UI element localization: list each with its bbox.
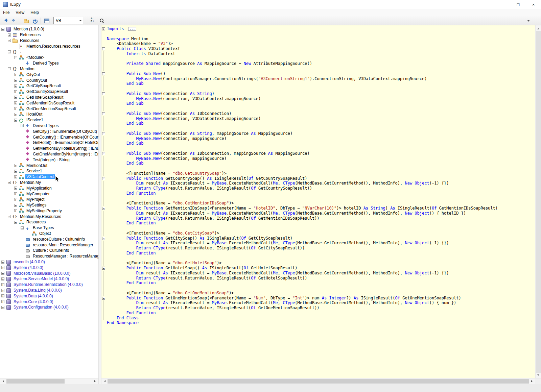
tree-expander[interactable]: + (1, 283, 6, 286)
tree-expander[interactable]: − (8, 39, 12, 42)
fold-toggle[interactable]: − (102, 207, 105, 210)
fold-toggle[interactable]: − (102, 92, 105, 95)
fold-toggle[interactable]: − (102, 132, 105, 135)
tree-item[interactable]: −- (0, 49, 98, 55)
tree-item[interactable]: +MyApplication (0, 185, 98, 191)
collapse-icon[interactable]: − (8, 215, 11, 218)
tree-item[interactable]: −Mention.My.Resources (0, 214, 98, 219)
tree-expander[interactable]: + (1, 300, 6, 303)
scroll-left-button[interactable] (0, 378, 6, 384)
expand-icon[interactable]: + (14, 73, 17, 76)
tree-item[interactable]: +MentionOut (0, 163, 98, 168)
tree-expander[interactable]: + (14, 113, 19, 116)
tree-item[interactable]: +MySettings (0, 202, 98, 208)
expand-icon[interactable]: + (14, 175, 17, 178)
tree-item[interactable]: +Derived Types (0, 123, 98, 129)
tree-expander[interactable]: + (1, 261, 6, 264)
tree-item[interactable]: +mscorlib (4.0.0.0) (0, 259, 98, 265)
tree-horizontal-scrollbar[interactable] (0, 378, 98, 384)
expand-icon[interactable]: + (1, 294, 4, 297)
collapse-icon[interactable]: − (8, 67, 11, 70)
tree-expander[interactable]: − (8, 50, 12, 53)
code-view[interactable]: +Imports ...Namespace Mention <Database(… (101, 25, 535, 378)
expand-icon[interactable]: + (1, 266, 4, 269)
collapse-icon[interactable]: − (21, 226, 24, 229)
scroll-track[interactable] (107, 378, 530, 384)
tree-item[interactable]: +System.ServiceModel (4.0.0.0) (0, 276, 98, 282)
open-code-button[interactable] (43, 17, 51, 25)
collapse-icon[interactable]: − (14, 56, 17, 59)
expand-icon[interactable]: + (1, 306, 4, 309)
tree-item[interactable]: −Mention.My (0, 180, 98, 186)
tree-item[interactable]: −<Module> (0, 55, 98, 60)
tree-expander[interactable]: + (1, 266, 6, 269)
tree-expander[interactable]: + (1, 272, 6, 275)
tree-item[interactable]: +GetMentionIDsSoapResult (0, 100, 98, 106)
tree-expander[interactable]: + (8, 33, 12, 36)
expand-icon[interactable]: + (14, 170, 17, 173)
language-select[interactable]: VB (53, 17, 83, 24)
tree-item[interactable]: +HotelOut (0, 112, 98, 117)
tree-item[interactable]: −IService1 (0, 117, 98, 123)
expand-icon[interactable]: + (14, 79, 17, 82)
refresh-button[interactable] (31, 17, 39, 25)
tree-item[interactable]: GetMentionsByHotelID(String) : IEnumerab… (0, 146, 98, 151)
tree-expander[interactable]: + (14, 164, 19, 167)
tree-item[interactable]: +References (0, 32, 98, 38)
tree-item[interactable]: GetHotel() : IEnumerable(Of HotelOut) (0, 140, 98, 146)
tree-item[interactable]: +Service1 (0, 168, 98, 174)
expand-icon[interactable]: + (14, 101, 17, 104)
scroll-thumb[interactable] (6, 379, 65, 384)
tree-expander[interactable]: + (21, 124, 25, 127)
expand-icon[interactable]: + (1, 283, 4, 286)
fold-toggle[interactable]: − (102, 112, 105, 115)
fold-toggle[interactable]: − (102, 237, 105, 240)
tree-item[interactable]: ResourceManager : ResourceManager (0, 253, 98, 259)
tree-item[interactable]: +MySettingsProperty (0, 208, 98, 214)
tree-item[interactable]: +GetCountrySoapResult (0, 89, 98, 95)
tree-item[interactable]: GetCountry() : IEnumerable(Of CountryOut… (0, 134, 98, 140)
tree-expander[interactable]: + (14, 198, 19, 201)
menu-view[interactable]: View (13, 9, 27, 16)
expand-icon[interactable]: + (1, 277, 4, 280)
tree-item[interactable]: Culture : CultureInfo (0, 248, 98, 253)
search-button[interactable] (98, 17, 106, 25)
menu-file[interactable]: File (0, 9, 13, 16)
tree-expander[interactable]: + (14, 209, 19, 212)
tree-expander[interactable]: − (8, 67, 12, 70)
fold-toggle[interactable]: − (102, 267, 105, 270)
back-button[interactable] (1, 17, 9, 25)
expand-icon[interactable]: + (1, 261, 4, 264)
tree-expander[interactable]: + (1, 306, 6, 309)
tree-item[interactable]: +GetCitySoapResult (0, 83, 98, 89)
tree-item[interactable]: +System.Data (4.0.0.0) (0, 293, 98, 299)
scroll-track[interactable] (6, 378, 93, 384)
collapse-icon[interactable]: − (8, 39, 11, 42)
collapsed-region-box[interactable]: ... (128, 27, 136, 31)
expand-icon[interactable]: + (8, 33, 11, 36)
tree-item[interactable]: +CountryOut (0, 77, 98, 83)
tree-item[interactable]: +GetHotelSoapResult (0, 95, 98, 100)
tree-expander[interactable]: + (14, 79, 19, 82)
tree-expander[interactable]: − (14, 221, 19, 224)
tree-item[interactable]: +System.Configuration (4.0.0.0) (0, 304, 98, 310)
collapse-icon[interactable]: − (8, 181, 11, 184)
fold-toggle[interactable]: − (102, 297, 105, 300)
scroll-thumb[interactable] (108, 379, 529, 384)
tree-expander[interactable]: + (14, 84, 19, 88)
collapse-icon[interactable]: − (1, 28, 4, 31)
tree-expander[interactable]: − (8, 215, 12, 218)
collapse-icon[interactable]: − (14, 221, 17, 224)
fold-toggle[interactable]: − (102, 152, 105, 155)
tree-expander[interactable]: + (14, 96, 19, 99)
expand-icon[interactable]: + (14, 84, 17, 88)
expand-icon[interactable]: + (1, 272, 4, 275)
expand-icon[interactable]: + (14, 113, 17, 116)
forward-button[interactable] (10, 17, 18, 25)
code-horizontal-scrollbar[interactable] (101, 378, 535, 384)
tree-expander[interactable]: + (14, 175, 19, 178)
sort-button[interactable] (89, 17, 97, 25)
expand-icon[interactable]: + (1, 289, 4, 292)
collapse-icon[interactable]: − (14, 119, 17, 122)
tree-item[interactable]: +GetOneMentionSoapResult (0, 106, 98, 112)
